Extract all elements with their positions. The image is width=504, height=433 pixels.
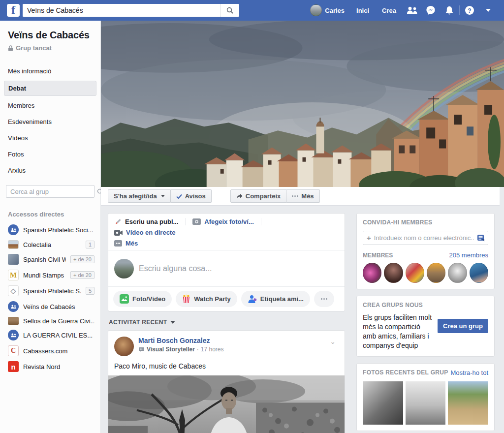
group-icon bbox=[8, 224, 19, 235]
create-group-text: Els grups faciliten molt més la comparti… bbox=[363, 313, 433, 350]
composer-card: Escriu una publ... Afegeix foto/ví... Ví… bbox=[108, 213, 345, 311]
member-avatar[interactable] bbox=[448, 263, 467, 283]
members-count-link[interactable]: 205 membres bbox=[449, 251, 488, 259]
group-icon bbox=[8, 301, 19, 312]
right-column: CONVIDA-HI MEMBRES + MEMBRES 205 membres bbox=[356, 213, 495, 433]
create-group-button[interactable]: Crea un grup bbox=[438, 319, 488, 333]
shortcut-la-guerra-civil[interactable]: LA GUERRA CIVIL ES... bbox=[0, 327, 100, 343]
friend-requests-icon[interactable] bbox=[403, 0, 421, 21]
sidebar-item-events[interactable]: Esdeveniments bbox=[0, 114, 100, 129]
shortcut-veins-de-cabaces[interactable]: Veïns de Cabacés bbox=[0, 299, 100, 314]
photo-video-icon bbox=[120, 294, 129, 304]
tab-write-post[interactable]: Escriu una publ... bbox=[114, 218, 186, 225]
spanish-civil-war-icon bbox=[8, 254, 19, 265]
group-photo-thumbnail[interactable] bbox=[406, 381, 446, 425]
live-video-icon bbox=[114, 230, 123, 236]
divider bbox=[459, 5, 460, 15]
tab-live-video[interactable]: Vídeo en directe bbox=[114, 229, 182, 236]
ellipsis-icon bbox=[292, 195, 298, 197]
chevron-down-icon bbox=[161, 195, 165, 197]
pencil-icon bbox=[114, 218, 122, 225]
facebook-logo[interactable]: f bbox=[7, 4, 20, 17]
sidebar-item-discussion[interactable]: Debat bbox=[4, 81, 96, 96]
shortcut-spanish-philatelic-s[interactable]: ◇ Spanish Philatelic S... 5 bbox=[0, 283, 100, 299]
storyteller-badge-icon bbox=[138, 347, 145, 352]
sidebar-item-about[interactable]: Més informació bbox=[0, 63, 100, 79]
shortcut-cabassers[interactable]: C Cabassers.com bbox=[0, 343, 100, 359]
sidebar-item-members[interactable]: Membres bbox=[0, 98, 100, 113]
tab-more[interactable]: Més bbox=[114, 240, 339, 247]
unread-badge: 1 bbox=[86, 241, 94, 248]
messenger-icon[interactable] bbox=[422, 0, 440, 21]
post-author-link[interactable]: Marti Bosch Gonzalez bbox=[138, 337, 224, 344]
notifications-icon[interactable] bbox=[441, 0, 458, 21]
colectalia-icon bbox=[8, 240, 19, 249]
member-avatar[interactable] bbox=[406, 263, 424, 283]
avatar[interactable] bbox=[114, 337, 134, 356]
group-sidebar: Veïns de Cabacés Grup tancat Més informa… bbox=[0, 21, 101, 433]
global-search bbox=[23, 4, 239, 17]
member-avatar[interactable] bbox=[470, 263, 488, 283]
member-avatar[interactable] bbox=[427, 263, 445, 283]
group-search-box bbox=[6, 185, 94, 198]
invite-member-input[interactable] bbox=[374, 234, 474, 242]
tab-add-photo-video[interactable]: Afegeix foto/ví... bbox=[192, 218, 261, 225]
profile-menu-item[interactable]: Carles bbox=[305, 0, 349, 21]
notifications-button[interactable]: Avisos bbox=[171, 189, 212, 203]
sidebar-item-photos[interactable]: Fotos bbox=[0, 147, 100, 162]
post-card: Marti Bosch Gonzalez Visual Storyteller … bbox=[108, 330, 345, 433]
more-actions-button[interactable] bbox=[314, 291, 334, 307]
share-button[interactable]: Comparteix bbox=[230, 189, 287, 203]
composer-input[interactable] bbox=[139, 264, 339, 273]
photo-video-button[interactable]: Foto/Vídeo bbox=[113, 291, 172, 307]
search-button[interactable] bbox=[220, 4, 239, 17]
create-group-card: CREA GRUPS NOUS Els grups faciliten molt… bbox=[356, 296, 495, 357]
shortcut-revista-nord[interactable]: n Revista Nord bbox=[0, 359, 100, 374]
search-icon bbox=[226, 7, 233, 14]
post-options-chevron-icon[interactable]: ⌄ bbox=[327, 337, 339, 346]
post-timestamp[interactable]: 17 hores bbox=[201, 346, 224, 353]
unread-badge: + de 20 bbox=[70, 255, 94, 263]
account-menu-icon[interactable] bbox=[479, 0, 497, 21]
camera-icon bbox=[192, 218, 201, 225]
sidebar-item-files[interactable]: Arxius bbox=[0, 163, 100, 178]
unread-badge: + de 20 bbox=[70, 271, 94, 279]
tag-friends-button[interactable]: Etiqueta ami... bbox=[241, 291, 310, 307]
revista-nord-icon: n bbox=[8, 361, 19, 372]
group-action-bar: S'ha afegit/ida Avisos Comparteix Més bbox=[101, 187, 500, 206]
joined-button[interactable]: S'ha afegit/ida bbox=[108, 189, 171, 203]
help-icon[interactable]: ? bbox=[461, 0, 478, 21]
chevron-down-icon bbox=[170, 321, 175, 324]
group-icon bbox=[8, 330, 19, 340]
more-button[interactable]: Més bbox=[286, 189, 319, 203]
profile-name: Carles bbox=[325, 7, 345, 14]
cover-photo[interactable] bbox=[101, 21, 504, 187]
post-photo[interactable] bbox=[108, 375, 345, 433]
search-input[interactable] bbox=[23, 4, 220, 17]
unread-badge: 5 bbox=[86, 287, 94, 295]
member-avatar[interactable] bbox=[384, 263, 403, 283]
shortcut-spanish-civil-war[interactable]: Spanish Civil W... + de 20 bbox=[0, 251, 100, 267]
group-photo-thumbnail[interactable] bbox=[448, 381, 488, 425]
shortcut-mundi-stamps[interactable]: M Mundi Stamps + de 20 bbox=[0, 267, 100, 283]
author-badge: Visual Storyteller bbox=[147, 346, 195, 353]
group-search-input[interactable] bbox=[10, 188, 97, 195]
svg-text:?: ? bbox=[468, 7, 471, 14]
group-photo-thumbnail[interactable] bbox=[363, 381, 403, 425]
shortcut-colectalia[interactable]: Colectalia 1 bbox=[0, 238, 100, 251]
see-all-photos-link[interactable]: Mostra-ho tot bbox=[450, 369, 488, 376]
member-avatar[interactable] bbox=[363, 263, 381, 283]
avatar bbox=[114, 259, 134, 278]
chevron-down-icon bbox=[486, 9, 491, 12]
watch-party-button[interactable]: Watch Party bbox=[176, 291, 237, 307]
shortcut-spanish-philatelic-society[interactable]: Spanish Philatelic Soci... bbox=[0, 222, 100, 238]
nav-create[interactable]: Crea bbox=[376, 0, 402, 21]
watch-party-icon bbox=[182, 294, 190, 304]
shortcut-sellos-guerra-civil[interactable]: Sellos de la Guerra Civi... bbox=[0, 314, 100, 327]
nav-home[interactable]: Inici bbox=[350, 0, 375, 21]
sidebar-item-videos[interactable]: Vídeos bbox=[0, 130, 100, 146]
tag-friends-icon bbox=[248, 294, 257, 304]
members-label: MEMBRES bbox=[363, 252, 393, 259]
feed-sort-header[interactable]: ACTIVITAT RECENT bbox=[109, 319, 344, 326]
contacts-icon[interactable] bbox=[477, 235, 484, 242]
